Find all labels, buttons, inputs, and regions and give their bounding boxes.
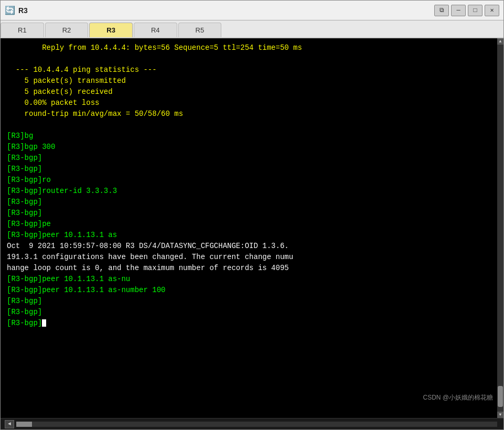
tab-r3[interactable]: R3 [89, 23, 133, 37]
terminal-line: round-trip min/avg/max = 50/58/60 ms [7, 109, 497, 120]
window-icon: 🔄 [5, 5, 15, 16]
terminal-line: 0.00% packet loss [7, 98, 497, 109]
terminal-area[interactable]: Reply from 10.4.4.4: bytes=56 Sequence=5… [1, 38, 503, 418]
restore-button[interactable]: ⧉ [434, 5, 449, 16]
terminal-line: [R3-bgp] [7, 296, 497, 307]
bottom-bar: ◄ [1, 418, 503, 429]
scroll-up-arrow[interactable]: ▲ [497, 38, 503, 45]
terminal-line: [R3-bgp]router-id 3.3.3.3 [7, 186, 497, 197]
terminal-line: hange loop count is 0, and the maximum n… [7, 263, 497, 274]
tab-r5[interactable]: R5 [178, 23, 222, 37]
window-title: R3 [18, 6, 28, 15]
maximize-button[interactable]: □ [468, 5, 482, 16]
horizontal-scrollbar-track[interactable] [16, 422, 497, 427]
terminal-line: Reply from 10.4.4.4: bytes=56 Sequence=5… [7, 42, 497, 53]
terminal-line: [R3-bgp] [7, 318, 497, 329]
terminal-line: --- 10.4.4.4 ping statistics --- [7, 64, 497, 76]
scroll-left-arrow[interactable]: ◄ [5, 420, 14, 428]
terminal-line: [R3-bgp]peer 10.1.13.1 as-nu [7, 274, 497, 285]
terminal-line: [R3-bgp] [7, 197, 497, 208]
tab-bar: R1 R2 R3 R4 R5 [1, 20, 503, 38]
title-bar-left: 🔄 R3 [5, 5, 28, 16]
terminal-line [7, 120, 497, 131]
terminal-line: 5 packet(s) transmitted [7, 76, 497, 87]
scroll-thumb[interactable] [498, 386, 503, 407]
terminal-line [7, 53, 497, 64]
terminal-line: [R3]bgp 300 [7, 142, 497, 153]
terminal-line: [R3-bgp] [7, 153, 497, 164]
tab-r1[interactable]: R1 [1, 23, 44, 37]
tab-r4[interactable]: R4 [134, 23, 177, 37]
terminal-line: [R3-bgp]ro [7, 175, 497, 186]
close-button[interactable]: ✕ [485, 5, 499, 16]
terminal-line: [R3-bgp]peer 10.1.13.1 as [7, 230, 497, 241]
main-window: 🔄 R3 ⧉ ─ □ ✕ R1 R2 R3 R4 R5 Reply from 1… [0, 0, 504, 430]
scroll-down-arrow[interactable]: ▼ [497, 412, 503, 418]
terminal-line: 191.3.1 configurations have been changed… [7, 252, 497, 263]
horizontal-scrollbar-thumb[interactable] [16, 422, 32, 427]
terminal-line: [R3-bgp] [7, 164, 497, 175]
tab-r2[interactable]: R2 [45, 23, 89, 37]
terminal-line: 5 packet(s) received [7, 87, 497, 98]
terminal-line: [R3-bgp]pe [7, 219, 497, 230]
terminal-line: [R3]bg [7, 131, 497, 142]
terminal-line: Oct 9 2021 10:59:57-08:00 R3 DS/4/DATASY… [7, 241, 497, 252]
vertical-scrollbar[interactable]: ▲ ▼ [497, 38, 503, 418]
terminal-line: [R3-bgp] [7, 307, 497, 318]
watermark: CSDN @小妖娥的棉花糖 [423, 392, 493, 403]
terminal-line: [R3-bgp] [7, 208, 497, 219]
title-bar: 🔄 R3 ⧉ ─ □ ✕ [1, 1, 503, 20]
terminal-line: [R3-bgp]peer 10.1.13.1 as-number 100 [7, 285, 497, 296]
window-controls: ⧉ ─ □ ✕ [434, 5, 499, 16]
minimize-button[interactable]: ─ [451, 5, 466, 16]
